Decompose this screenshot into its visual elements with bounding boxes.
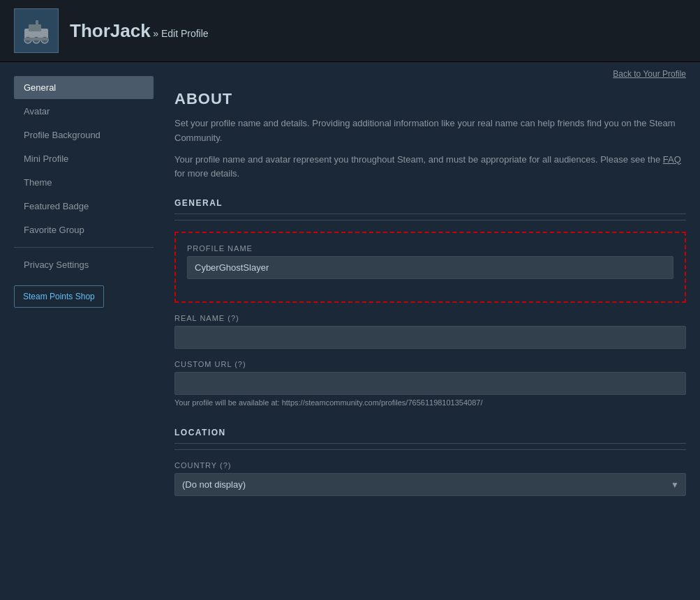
custom-url-input[interactable] — [174, 372, 686, 395]
header-breadcrumb: » Edit Profile — [153, 28, 208, 39]
sidebar-item-theme[interactable]: Theme — [14, 171, 154, 194]
header-username: ThorJack — [70, 20, 151, 41]
sidebar-item-general[interactable]: General — [14, 76, 154, 99]
profile-name-label: PROFILE NAME — [187, 244, 673, 253]
svg-rect-6 — [24, 38, 48, 40]
profile-name-input[interactable] — [187, 256, 673, 279]
location-section-divider — [174, 449, 686, 450]
svg-rect-1 — [29, 24, 41, 31]
about-text-1: Set your profile name and details. Provi… — [174, 117, 686, 146]
country-label: COUNTRY (?) — [174, 461, 686, 470]
header: ThorJack » Edit Profile — [0, 0, 700, 62]
sidebar-item-favorite-group[interactable]: Favorite Group — [14, 218, 154, 241]
real-name-input[interactable] — [174, 326, 686, 349]
faq-link[interactable]: FAQ — [663, 154, 681, 165]
country-group: COUNTRY (?) (Do not display) United Stat… — [174, 461, 686, 496]
avatar — [14, 8, 59, 53]
profile-url-info: Your profile will be available at: https… — [174, 398, 686, 407]
custom-url-label: CUSTOM URL (?) — [174, 360, 686, 368]
general-section-title: GENERAL — [174, 198, 686, 214]
main-layout: General Avatar Profile Background Mini P… — [0, 62, 700, 521]
real-name-group: REAL NAME (?) — [174, 314, 686, 349]
sidebar-item-avatar[interactable]: Avatar — [14, 100, 154, 123]
sidebar-item-profile-background[interactable]: Profile Background — [14, 123, 154, 147]
breadcrumb-page: Edit Profile — [161, 28, 209, 39]
sidebar-item-mini-profile[interactable]: Mini Profile — [14, 147, 154, 170]
country-select[interactable]: (Do not display) United States United Ki… — [174, 473, 686, 496]
content-area: Back to Your Profile ABOUT Set your prof… — [174, 76, 686, 507]
sidebar: General Avatar Profile Background Mini P… — [14, 76, 154, 507]
location-section-title: LOCATION — [174, 428, 686, 444]
sidebar-item-privacy-settings[interactable]: Privacy Settings — [14, 253, 154, 276]
location-section: LOCATION COUNTRY (?) (Do not display) Un… — [174, 428, 686, 496]
back-to-profile-link[interactable]: Back to Your Profile — [613, 69, 686, 79]
sidebar-item-featured-badge[interactable]: Featured Badge — [14, 195, 154, 218]
svg-rect-2 — [36, 20, 38, 27]
header-user-info: ThorJack » Edit Profile — [70, 20, 209, 42]
real-name-label: REAL NAME (?) — [174, 314, 686, 322]
steam-points-shop-button[interactable]: Steam Points Shop — [14, 285, 104, 308]
about-text-2: Your profile name and avatar represent y… — [174, 153, 686, 182]
about-title: ABOUT — [174, 90, 686, 108]
profile-name-group: PROFILE NAME — [187, 244, 673, 279]
custom-url-group: CUSTOM URL (?) Your profile will be avai… — [174, 360, 686, 407]
general-section-divider — [174, 220, 686, 220]
country-select-wrapper: (Do not display) United States United Ki… — [174, 473, 686, 496]
profile-name-wrapper: PROFILE NAME — [174, 232, 686, 303]
sidebar-divider — [14, 247, 154, 248]
